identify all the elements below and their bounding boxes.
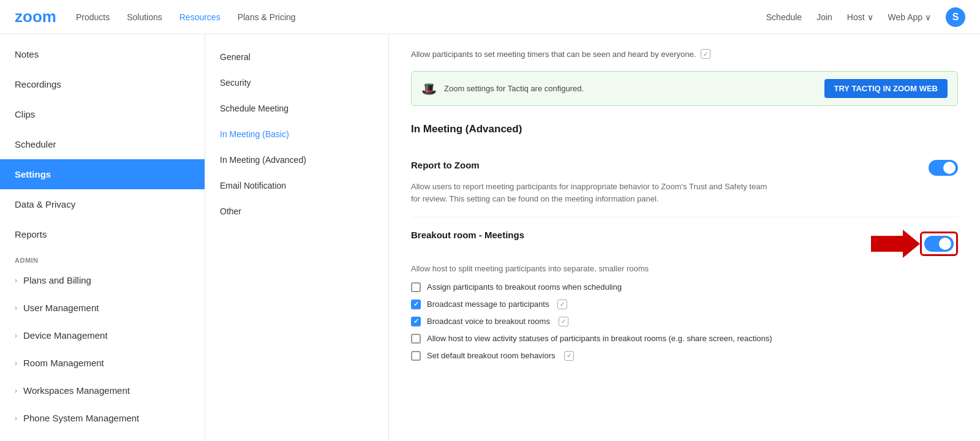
checkbox-assign-icon[interactable] — [411, 282, 421, 292]
nav-solutions[interactable]: Solutions — [127, 12, 162, 22]
main-content: Allow participants to set meeting timers… — [389, 34, 980, 441]
toggle-report-to-zoom[interactable] — [929, 160, 958, 176]
zoom-logo[interactable]: zoom — [15, 7, 56, 26]
checkbox-default-behaviors: Set default breakout room behaviors ✓ — [411, 351, 958, 361]
mid-in-meeting-basic[interactable]: In Meeting (Basic) — [205, 121, 388, 147]
nav-pricing[interactable]: Plans & Pricing — [238, 12, 296, 22]
setting-breakout-name: Breakout room - Meetings — [411, 230, 524, 240]
svg-marker-0 — [871, 230, 920, 258]
sidebar-user-management[interactable]: › User Management — [0, 294, 205, 322]
setting-breakout-header: Breakout room - Meetings — [411, 230, 958, 258]
checkbox-view-activity-label: Allow host to view activity statuses of … — [427, 334, 772, 343]
mid-in-meeting-advanced[interactable]: In Meeting (Advanced) — [205, 147, 388, 173]
sidebar-room-management[interactable]: › Room Management — [0, 349, 205, 377]
section-title-advanced: In Meeting (Advanced) — [411, 123, 958, 135]
mid-security[interactable]: Security — [205, 70, 388, 96]
mid-other[interactable]: Other — [205, 198, 388, 224]
mid-email-notification[interactable]: Email Notification — [205, 173, 388, 198]
nav-right: Schedule Join Host ∨ Web App ∨ S — [766, 7, 965, 27]
checkbox-broadcast-voice: ✓ Broadcast voice to breakout rooms ✓ — [411, 317, 958, 326]
checkbox-default-behaviors-label: Set default breakout room behaviors — [427, 351, 556, 360]
sidebar-device-management[interactable]: › Device Management — [0, 322, 205, 349]
broadcast-voice-info-icon[interactable]: ✓ — [559, 317, 568, 326]
mid-general[interactable]: General — [205, 44, 388, 70]
tactiq-text: Zoom settings for Tactiq are configured. — [444, 84, 817, 93]
user-avatar[interactable]: S — [946, 7, 965, 27]
setting-breakout-room: Breakout room - Meetings — [411, 217, 958, 373]
chevron-right-icon: › — [15, 331, 17, 340]
setting-breakout-desc: Allow host to split meeting participants… — [411, 263, 778, 275]
top-description-row: Allow participants to set meeting timers… — [411, 49, 958, 59]
checkbox-broadcast-voice-label: Broadcast voice to breakout rooms — [427, 317, 550, 326]
setting-report-to-zoom: Report to Zoom Allow users to report mee… — [411, 148, 958, 217]
sidebar-item-data-privacy[interactable]: Data & Privacy — [0, 189, 205, 219]
checkbox-broadcast-msg-icon[interactable]: ✓ — [411, 300, 421, 309]
checkbox-view-activity: Allow host to view activity statuses of … — [411, 334, 958, 344]
chevron-right-icon: › — [15, 304, 17, 312]
sidebar-item-settings[interactable]: Settings — [0, 159, 205, 189]
chevron-right-icon: › — [15, 414, 17, 423]
tactiq-icon: 🎩 — [421, 81, 437, 96]
sidebar-workspaces-management[interactable]: › Workspaces Management — [0, 377, 205, 404]
checkbox-assign-label: Assign participants to breakout rooms wh… — [427, 282, 622, 292]
default-behaviors-info-icon[interactable]: ✓ — [564, 351, 574, 361]
sidebar-item-clips[interactable]: Clips — [0, 99, 205, 129]
checkbox-view-activity-icon[interactable] — [411, 334, 421, 344]
toggle-breakout-room[interactable] — [924, 236, 954, 252]
admin-section-label: ADMIN — [0, 249, 205, 266]
nav-links: Products Solutions Resources Plans & Pri… — [76, 12, 766, 22]
nav-products[interactable]: Products — [76, 12, 110, 22]
tactiq-banner: 🎩 Zoom settings for Tactiq are configure… — [411, 71, 958, 106]
checkbox-assign-participants: Assign participants to breakout rooms wh… — [411, 282, 958, 292]
mid-schedule-meeting[interactable]: Schedule Meeting — [205, 96, 388, 121]
tactiq-button[interactable]: TRY TACTIQ IN ZOOM WEB — [824, 79, 948, 98]
nav-webapp[interactable]: Web App ∨ — [888, 12, 931, 22]
sidebar-item-reports[interactable]: Reports — [0, 219, 205, 249]
sidebar-item-notes[interactable]: Notes — [0, 39, 205, 69]
setting-report-header: Report to Zoom — [411, 160, 958, 176]
middle-panel: General Security Schedule Meeting In Mee… — [205, 34, 389, 441]
checkbox-broadcast-voice-icon[interactable]: ✓ — [411, 317, 421, 326]
red-arrow-indicator — [871, 230, 920, 258]
checkbox-broadcast-message: ✓ Broadcast message to participants ✓ — [411, 300, 958, 309]
left-sidebar: Notes Recordings Clips Scheduler Setting… — [0, 34, 205, 441]
highlighted-toggle-wrapper — [920, 232, 958, 256]
chevron-right-icon: › — [15, 359, 17, 368]
checkbox-default-behaviors-icon[interactable] — [411, 351, 421, 361]
sidebar-plans-billing[interactable]: › Plans and Billing — [0, 266, 205, 294]
nav-join[interactable]: Join — [816, 12, 832, 22]
chevron-right-icon: › — [15, 276, 17, 285]
broadcast-msg-info-icon[interactable]: ✓ — [557, 300, 567, 309]
setting-report-desc: Allow users to report meeting participan… — [411, 181, 778, 205]
nav-schedule[interactable]: Schedule — [766, 12, 802, 22]
top-navigation: zoom Products Solutions Resources Plans … — [0, 0, 980, 34]
sidebar-item-recordings[interactable]: Recordings — [0, 69, 205, 99]
chevron-right-icon: › — [15, 386, 17, 395]
nav-resources[interactable]: Resources — [179, 12, 221, 22]
nav-host[interactable]: Host ∨ — [847, 12, 873, 22]
setting-report-name: Report to Zoom — [411, 160, 480, 170]
sidebar-item-scheduler[interactable]: Scheduler — [0, 129, 205, 159]
top-desc-info-icon[interactable]: ✓ — [701, 49, 710, 59]
top-description-text: Allow participants to set meeting timers… — [411, 50, 696, 59]
main-layout: Notes Recordings Clips Scheduler Setting… — [0, 34, 980, 441]
sidebar-phone-system[interactable]: › Phone System Management — [0, 404, 205, 432]
checkbox-broadcast-msg-label: Broadcast message to participants — [427, 300, 549, 309]
breakout-toggle-area — [871, 230, 958, 258]
